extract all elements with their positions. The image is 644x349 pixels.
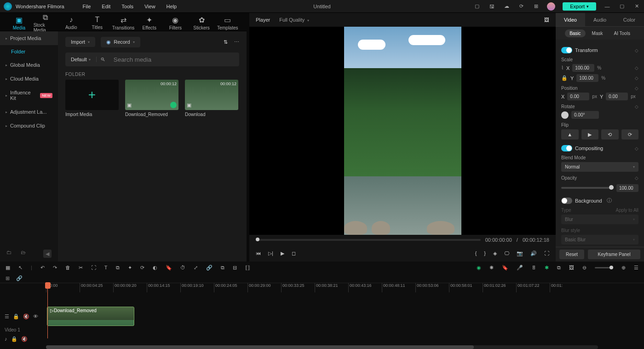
- opacity-slider[interactable]: [561, 187, 614, 189]
- timeline-ruler[interactable]: 00:0000:00:04:2500:00:09:2000:00:14:1500…: [0, 283, 644, 292]
- redo-icon[interactable]: ↷: [53, 265, 57, 271]
- tool-stock[interactable]: ⧉Stock Media: [34, 13, 57, 31]
- play-icon[interactable]: ▶: [281, 250, 284, 256]
- tab-color[interactable]: Color: [615, 13, 644, 26]
- visibility-icon[interactable]: 👁: [33, 314, 38, 319]
- save-icon[interactable]: 🖫: [488, 3, 495, 10]
- keyframe-icon[interactable]: ◇: [635, 175, 638, 180]
- timeline-clip[interactable]: ▷ Download_Removed: [47, 307, 134, 326]
- flip-v-button[interactable]: ▶: [581, 129, 599, 140]
- transform-toggle[interactable]: [561, 47, 572, 53]
- timer-icon[interactable]: ⏱: [180, 265, 185, 270]
- stop-icon[interactable]: ◻: [292, 250, 296, 256]
- window-minimize-icon[interactable]: ―: [604, 3, 611, 10]
- keyframe-icon[interactable]: ◇: [635, 104, 638, 109]
- speed-icon[interactable]: ⟳: [140, 265, 144, 271]
- card-import[interactable]: + Import Media: [65, 80, 119, 117]
- copy-icon[interactable]: ⧉: [116, 265, 120, 271]
- lock-track-icon[interactable]: 🔒: [13, 314, 19, 320]
- cut-icon[interactable]: ✂: [79, 265, 83, 271]
- card-download[interactable]: 00:00:12 ▣ Download: [185, 80, 238, 117]
- menu-help[interactable]: Help: [167, 4, 177, 9]
- layout-icon[interactable]: ▢: [473, 3, 481, 10]
- flip-h-button[interactable]: ▲: [561, 129, 579, 140]
- mic-icon[interactable]: 🎤: [517, 265, 523, 271]
- sidebar-item-influence-kit[interactable]: ▸Influence KitNEW: [0, 86, 58, 105]
- apps-icon[interactable]: ⊞: [532, 3, 540, 10]
- apply-all-link[interactable]: Apply to All: [616, 208, 638, 213]
- marker-icon[interactable]: ◈: [493, 250, 497, 256]
- menu-tools[interactable]: Tools: [121, 4, 133, 9]
- blend-mode-select[interactable]: Normal▾: [561, 162, 638, 172]
- keyframe-icon[interactable]: ◇: [635, 76, 638, 81]
- rotate-ccw-button[interactable]: ⟲: [601, 129, 619, 140]
- window-close-icon[interactable]: ✕: [633, 3, 640, 10]
- render-icon[interactable]: ⧉: [557, 265, 561, 271]
- menu-view[interactable]: View: [144, 4, 155, 9]
- lock-track-icon[interactable]: 🔒: [11, 336, 17, 342]
- background-toggle[interactable]: [561, 198, 572, 204]
- scale-x-input[interactable]: 100.00: [572, 64, 594, 72]
- sidebar-item-project-media[interactable]: ▸Project Media: [0, 31, 58, 45]
- new-folder-icon[interactable]: 🗁: [21, 250, 26, 258]
- sidebar-sub-folder[interactable]: Folder: [0, 45, 58, 58]
- sort-icon[interactable]: ⇅: [224, 39, 228, 45]
- play-start-icon[interactable]: ▷|: [268, 250, 273, 256]
- preview-viewport[interactable]: [249, 27, 556, 235]
- auto-icon[interactable]: ✱: [545, 265, 549, 271]
- subtab-basic[interactable]: Basic: [565, 29, 585, 37]
- compositing-toggle[interactable]: [561, 145, 572, 151]
- export-button[interactable]: Export ▾: [563, 2, 596, 11]
- scrub-track[interactable]: [256, 239, 481, 241]
- user-avatar[interactable]: [547, 2, 555, 11]
- sidebar-item-adjustment-layer[interactable]: ▸Adjustment La...: [0, 105, 58, 119]
- delete-icon[interactable]: 🗑: [65, 265, 70, 270]
- marker-icon[interactable]: 🔖: [166, 265, 172, 271]
- fullscreen-icon[interactable]: ⛶: [544, 250, 549, 256]
- lock-icon[interactable]: 🔒: [561, 75, 568, 81]
- volume-icon[interactable]: 🔊: [530, 250, 537, 256]
- collapse-icon[interactable]: ◀: [43, 250, 52, 258]
- link-tracks-icon[interactable]: 🔗: [16, 275, 23, 281]
- camera-icon[interactable]: 📷: [517, 250, 523, 256]
- tool-audio[interactable]: ♪Audio: [59, 13, 83, 31]
- bg-type-select[interactable]: Blur▾: [561, 215, 638, 224]
- keyframe-icon[interactable]: ◇: [635, 65, 638, 70]
- prev-frame-icon[interactable]: ⏮: [256, 250, 261, 256]
- folder-icon[interactable]: 🗀: [6, 250, 12, 258]
- track-menu-icon[interactable]: ☰: [5, 314, 9, 320]
- tool-stickers[interactable]: ✿Stickers: [190, 13, 213, 31]
- detach-icon[interactable]: ⊟: [233, 265, 237, 271]
- menu-file[interactable]: File: [83, 4, 91, 9]
- color-icon[interactable]: ◐: [153, 265, 157, 271]
- group-icon[interactable]: ⧉: [221, 265, 224, 271]
- screenshot-icon[interactable]: 🖼: [569, 265, 574, 270]
- scale-y-input[interactable]: 100.00: [576, 74, 598, 82]
- tab-audio[interactable]: Audio: [585, 13, 615, 26]
- quality-select[interactable]: Full Quality ▾: [279, 17, 309, 23]
- tool-filters[interactable]: ◉Filters: [164, 13, 187, 31]
- rotate-cw-button[interactable]: ⟳: [621, 129, 639, 140]
- snapshot-icon[interactable]: 🖼: [544, 17, 549, 23]
- audio-track-icon[interactable]: ♪: [5, 336, 7, 342]
- default-filter[interactable]: Default▾: [65, 57, 97, 62]
- crop-icon[interactable]: ⛶: [91, 265, 96, 270]
- brace-open-icon[interactable]: {: [475, 250, 477, 256]
- sidebar-item-global-media[interactable]: ▸Global Media: [0, 58, 58, 72]
- zoom-out-icon[interactable]: ⊖: [582, 265, 586, 271]
- brace-close-icon[interactable]: }: [484, 250, 486, 256]
- reset-button[interactable]: Reset: [559, 250, 584, 259]
- mixer-icon[interactable]: 🎚: [531, 265, 536, 270]
- subtab-mask[interactable]: Mask: [587, 29, 608, 37]
- sync-icon[interactable]: ⟳: [518, 3, 525, 10]
- card-download-removed[interactable]: 00:00:12 ▣ Download_Removed: [125, 80, 178, 117]
- keyframe-icon[interactable]: ◇: [635, 48, 638, 53]
- import-button[interactable]: Import ▾: [65, 37, 95, 47]
- menu-edit[interactable]: Edit: [102, 4, 110, 9]
- mute-track-icon[interactable]: 🔇: [23, 314, 29, 320]
- tool-templates[interactable]: ▭Templates: [216, 13, 239, 31]
- marker2-icon[interactable]: 🔖: [502, 265, 508, 271]
- timeline-scrollbar[interactable]: [46, 345, 598, 349]
- sidebar-item-cloud-media[interactable]: ▸Cloud Media: [0, 72, 58, 86]
- cloud-icon[interactable]: ☁: [503, 3, 510, 10]
